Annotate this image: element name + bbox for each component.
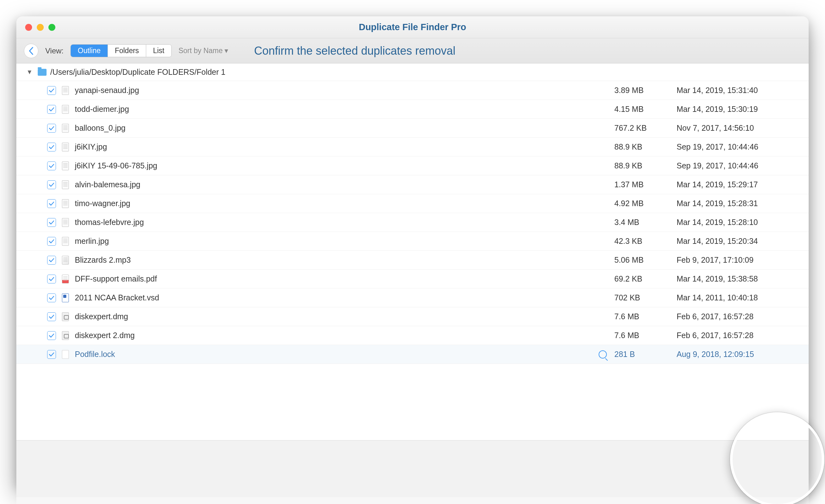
file-name: merlin.jpg [75,237,609,246]
file-checkbox[interactable] [47,162,56,170]
file-size: 281 B [614,350,671,359]
folder-row[interactable]: ▼ /Users/julia/Desktop/Duplicate FOLDERS… [16,64,809,81]
file-date: Mar 14, 2019, 15:28:31 [677,199,799,208]
file-checkbox[interactable] [47,293,56,302]
files-count: 15 [531,502,551,504]
titlebar: Duplicate File Finder Pro [16,16,809,38]
folder-path: /Users/julia/Desktop/Duplicate FOLDERS/F… [50,68,225,77]
file-name: j6iKIY.jpg [75,142,609,152]
file-checkbox[interactable] [47,256,56,265]
file-row[interactable]: Podfile.lock281 BAug 9, 2018, 12:09:15 [16,345,809,364]
back-button[interactable] [24,44,39,58]
footer: Deselect All Select All 15 Files Selecte… [16,497,809,504]
file-row[interactable]: balloons_0.jpg767.2 KBNov 7, 2017, 14:56… [16,119,809,138]
file-date: Mar 14, 2019, 15:20:34 [677,237,799,246]
file-type-icon [62,199,69,208]
file-date: Sep 19, 2017, 10:44:46 [677,142,799,152]
file-row[interactable]: diskexpert.dmg7.6 MBFeb 6, 2017, 16:57:2… [16,307,809,326]
minimize-window-button[interactable] [37,24,44,31]
file-checkbox[interactable] [47,105,56,114]
file-size: 702 KB [614,293,671,302]
chevron-left-icon [28,47,34,55]
file-type-icon [62,274,69,284]
file-type-icon [62,180,69,189]
view-mode-segment: Outline Folders List [70,44,171,57]
file-checkbox[interactable] [47,124,56,133]
segment-outline[interactable]: Outline [71,45,108,57]
file-date: Aug 9, 2018, 12:09:15 [677,350,799,359]
file-checkbox[interactable] [47,331,56,340]
file-size: 7.6 MB [614,312,671,321]
file-date: Sep 19, 2017, 10:44:46 [677,161,799,170]
file-size: 3.4 MB [614,218,671,227]
file-date: Feb 6, 2017, 16:57:28 [677,331,799,340]
file-date: Mar 14, 2019, 15:28:10 [677,218,799,227]
file-size: 69.2 KB [614,274,671,283]
file-size: 88.9 KB [614,142,671,152]
file-checkbox[interactable] [47,218,56,227]
file-checkbox[interactable] [47,86,56,95]
file-type-icon [62,105,69,114]
file-date: Feb 9, 2017, 17:10:09 [677,255,799,265]
file-type-icon [62,86,69,95]
file-row[interactable]: merlin.jpg42.3 KBMar 14, 2019, 15:20:34 [16,232,809,251]
file-type-icon [62,123,69,133]
files-selected-stat: 15 Files Selected [531,502,579,504]
file-date: Mar 14, 2019, 15:38:58 [677,274,799,283]
file-list: ▼ /Users/julia/Desktop/Duplicate FOLDERS… [16,64,809,440]
file-size: 88.9 KB [614,161,671,170]
file-date: Mar 14, 2011, 10:40:18 [677,293,799,302]
file-checkbox[interactable] [47,237,56,246]
disclosure-triangle-icon[interactable]: ▼ [26,69,33,76]
segment-folders[interactable]: Folders [108,45,146,57]
close-window-button[interactable] [25,24,32,31]
file-row[interactable]: DFF-support emails.pdf69.2 KBMar 14, 201… [16,270,809,288]
file-row[interactable]: yanapi-senaud.jpg3.89 MBMar 14, 2019, 15… [16,81,809,100]
toolbar: View: Outline Folders List Sort by Name … [16,38,809,64]
file-size: 767.2 KB [614,123,671,133]
sort-dropdown[interactable]: Sort by Name ▾ [178,47,229,55]
file-checkbox[interactable] [47,312,56,321]
file-row[interactable]: diskexpert 2.dmg7.6 MBFeb 6, 2017, 16:57… [16,326,809,345]
size-selected-stat: 39.7 MB Selected [595,502,658,504]
file-type-icon [62,218,69,227]
file-row[interactable]: alvin-balemesa.jpg1.37 MBMar 14, 2019, 1… [16,175,809,194]
file-type-icon [62,161,69,171]
file-size: 7.6 MB [614,331,671,340]
page-heading: Confirm the selected duplicates removal [254,44,455,58]
file-name: thomas-lefebvre.jpg [75,218,609,227]
file-checkbox[interactable] [47,143,56,152]
chevron-down-icon: ▾ [224,47,228,55]
file-name: alvin-balemesa.jpg [75,180,609,189]
file-name: Blizzards 2.mp3 [75,255,609,265]
folder-icon [38,69,47,76]
file-size: 1.37 MB [614,180,671,189]
file-size: 5.06 MB [614,255,671,265]
file-size: 4.92 MB [614,199,671,208]
file-size: 3.89 MB [614,86,671,95]
maximize-window-button[interactable] [49,24,55,31]
file-checkbox[interactable] [47,199,56,208]
file-row[interactable]: 2011 NCAA Bracket.vsd702 KBMar 14, 2011,… [16,288,809,307]
sort-label: Sort by Name [178,47,223,55]
file-row[interactable]: j6iKIY 15-49-06-785.jpg88.9 KBSep 19, 20… [16,157,809,175]
file-date: Nov 7, 2017, 14:56:10 [677,123,799,133]
file-row[interactable]: timo-wagner.jpg4.92 MBMar 14, 2019, 15:2… [16,194,809,213]
file-type-icon [62,237,69,246]
file-type-icon [62,331,69,340]
file-checkbox[interactable] [47,275,56,283]
file-row[interactable]: Blizzards 2.mp35.06 MBFeb 9, 2017, 17:10… [16,251,809,270]
preview-icon[interactable] [599,350,607,358]
file-name: Podfile.lock [75,350,593,359]
file-row[interactable]: thomas-lefebvre.jpg3.4 MBMar 14, 2019, 1… [16,213,809,232]
segment-list[interactable]: List [146,45,171,57]
file-date: Mar 14, 2019, 15:29:17 [677,180,799,189]
file-checkbox[interactable] [47,350,56,359]
file-type-icon [62,142,69,152]
file-name: yanapi-senaud.jpg [75,86,609,95]
file-row[interactable]: todd-diemer.jpg4.15 MBMar 14, 2019, 15:3… [16,100,809,119]
file-checkbox[interactable] [47,180,56,189]
file-row[interactable]: j6iKIY.jpg88.9 KBSep 19, 2017, 10:44:46 [16,138,809,157]
view-label: View: [45,47,64,55]
empty-area [16,440,809,497]
